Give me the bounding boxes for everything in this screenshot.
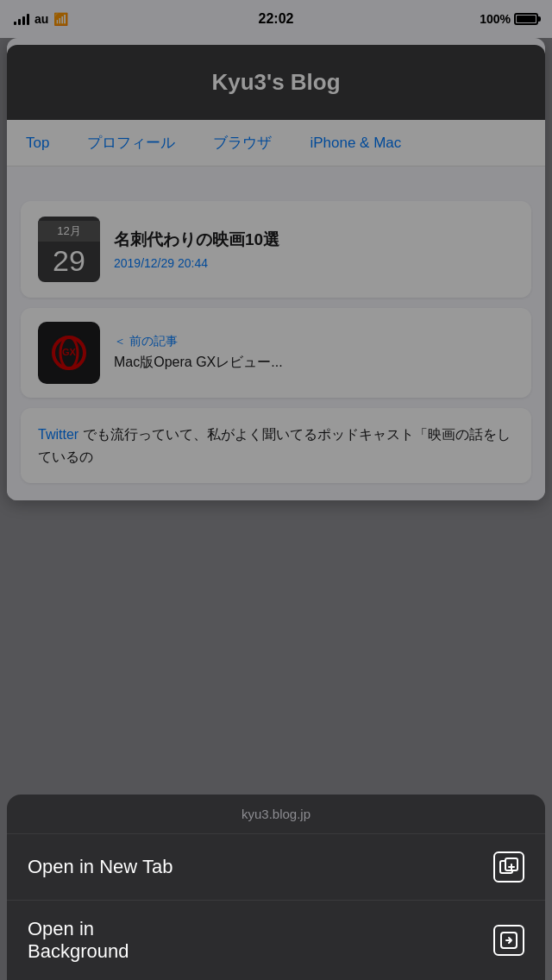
open-background-item[interactable]: Open in Background	[7, 901, 545, 980]
new-tab-icon	[493, 851, 524, 883]
context-menu: kyu3.blog.jp Open in New Tab Open in Bac…	[7, 795, 545, 980]
context-url: kyu3.blog.jp	[7, 795, 545, 834]
open-new-tab-item[interactable]: Open in New Tab	[7, 834, 545, 901]
open-new-tab-label: Open in New Tab	[28, 856, 172, 878]
context-menu-overlay: kyu3.blog.jp Open in New Tab Open in Bac…	[0, 795, 552, 980]
background-tab-icon	[493, 925, 524, 956]
open-background-label: Open in Background	[28, 918, 129, 963]
